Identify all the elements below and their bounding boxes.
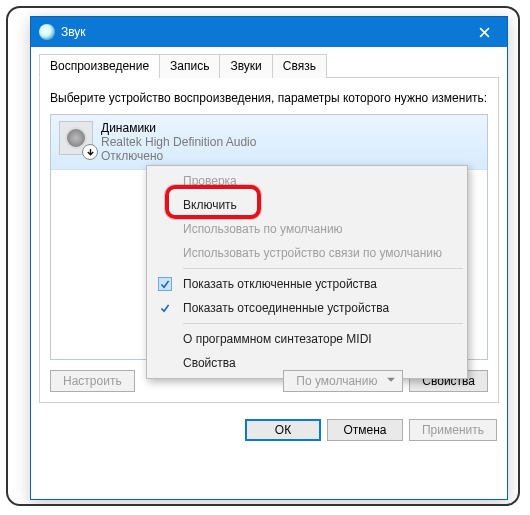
close-button[interactable]: [461, 17, 507, 47]
menu-label: Показать отсоединенные устройства: [183, 301, 389, 315]
tab-strip: Воспроизведение Запись Звуки Связь: [39, 53, 499, 78]
tab-sounds[interactable]: Звуки: [219, 54, 272, 78]
device-item-speakers[interactable]: Динамики Realtek High Definition Audio О…: [51, 115, 487, 170]
tab-playback[interactable]: Воспроизведение: [39, 54, 160, 78]
sound-icon: [39, 24, 55, 40]
device-status: Отключено: [101, 149, 256, 163]
menu-set-comm-default: Использовать устройство связи по умолчан…: [149, 241, 465, 265]
menu-test: Проверка: [149, 169, 465, 193]
configure-button: Настроить: [50, 370, 135, 392]
menu-show-disconnected[interactable]: Показать отсоединенные устройства: [149, 296, 465, 320]
check-icon: [158, 301, 172, 315]
tab-communications[interactable]: Связь: [272, 54, 327, 78]
check-icon: [158, 277, 172, 291]
menu-enable[interactable]: Включить: [149, 193, 465, 217]
menu-label: Показать отключенные устройства: [183, 277, 377, 291]
menu-set-default: Использовать по умолчанию: [149, 217, 465, 241]
device-name: Динамики: [101, 121, 256, 135]
menu-about-midi[interactable]: О программном синтезаторе MIDI: [149, 327, 465, 351]
speaker-icon: [59, 121, 93, 155]
ok-button[interactable]: ОК: [245, 419, 321, 441]
titlebar[interactable]: Звук: [31, 17, 507, 47]
set-default-dropdown: По умолчанию: [283, 370, 403, 392]
close-icon: [479, 27, 490, 38]
instruction-text: Выберите устройство воспроизведения, пар…: [50, 90, 488, 106]
context-menu: Проверка Включить Использовать по умолча…: [146, 165, 468, 379]
dialog-buttons: ОК Отмена Применить: [39, 411, 499, 443]
playback-panel: Выберите устройство воспроизведения, пар…: [39, 78, 499, 403]
cancel-button[interactable]: Отмена: [327, 419, 403, 441]
tab-recording[interactable]: Запись: [159, 54, 220, 78]
apply-button: Применить: [409, 419, 497, 441]
menu-separator: [183, 268, 463, 269]
window-title: Звук: [61, 25, 86, 39]
menu-separator: [183, 323, 463, 324]
sound-dialog: Звук Воспроизведение Запись Звуки Связь …: [30, 16, 508, 500]
disabled-badge-icon: [82, 144, 98, 160]
device-list[interactable]: Динамики Realtek High Definition Audio О…: [50, 114, 488, 360]
menu-show-disabled[interactable]: Показать отключенные устройства: [149, 272, 465, 296]
device-desc: Realtek High Definition Audio: [101, 135, 256, 149]
